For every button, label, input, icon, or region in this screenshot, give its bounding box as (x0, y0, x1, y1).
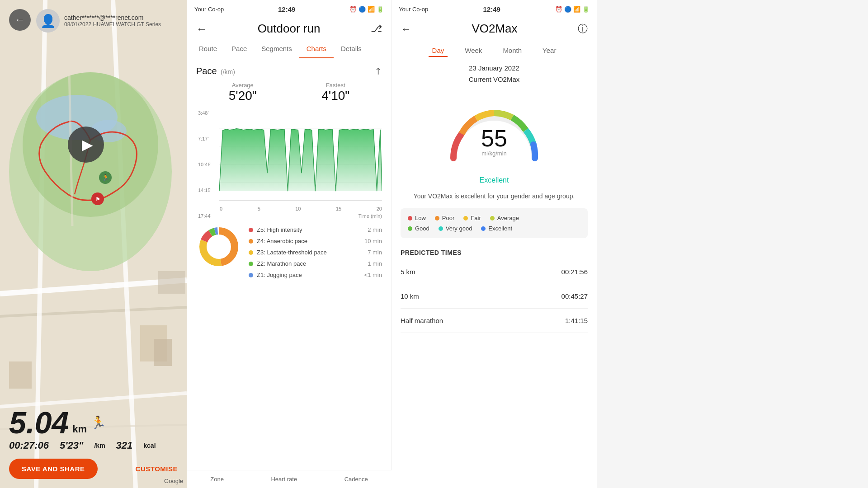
fastest-value: 4'10" (321, 89, 349, 103)
x-label-5: 5 (258, 206, 260, 211)
legend-good: Good (408, 225, 429, 232)
z5-time: 2 min (368, 226, 382, 233)
back-button[interactable]: ← (9, 9, 31, 31)
tab-pace[interactable]: Pace (224, 39, 254, 58)
share-icon[interactable]: ⎇ (371, 23, 382, 35)
legend-row-2: Good Very good Excellent (408, 225, 580, 232)
pace-unit-label: (/km) (221, 68, 235, 75)
fastest-pace-block: Fastest 4'10" (321, 82, 349, 103)
pace-chart (219, 110, 382, 201)
legend-row-1: Low Poor Fair Average (408, 215, 580, 221)
z2-time: 1 min (368, 260, 382, 267)
save-share-button[interactable]: SAVE AND SHARE (9, 459, 98, 479)
vo2-date: 23 January 2022 (401, 61, 588, 74)
average-label: Average (229, 82, 257, 89)
bottom-tab-heartrate[interactable]: Heart rate (264, 474, 304, 484)
svg-rect-10 (154, 339, 172, 366)
z4-dot (249, 239, 253, 244)
legend-low: Low (408, 215, 426, 221)
vo2-header: ← VO2Max ⓘ (392, 18, 597, 39)
pace-chart-container: 3:48' 7:17' 10:46' 14:15' 17:44' (219, 110, 382, 219)
gauge-container: 55 ml/kg/min (401, 90, 588, 181)
average-label: Average (497, 215, 519, 221)
vo2-panel: Your Co-op 12:49 ⏰ 🔵 📶 🔋 ← VO2Max ⓘ Day … (392, 0, 597, 488)
info-icon[interactable]: ⓘ (578, 22, 588, 36)
vo2-back-button[interactable]: ← (401, 23, 411, 35)
tab-route[interactable]: Route (192, 39, 224, 58)
calories-value: 321 (116, 440, 133, 451)
run-panel: Your Co-op 12:49 ⏰ 🔵 📶 🔋 ← Outdoor run ⎇… (187, 0, 392, 488)
zone-item-z3: Z3: Lactate-threshold pace 7 min (249, 247, 382, 258)
y-label-4: 17:44' (198, 213, 212, 219)
chart-x-labels: 0 5 10 15 20 (219, 204, 382, 213)
legend-fair: Fair (463, 215, 481, 221)
distance-unit: km (72, 423, 87, 435)
zone-section: Z5: High intensity 2 min Z4: Anaerobic p… (196, 224, 382, 281)
battery-icon-vo2: 🔋 (582, 6, 590, 13)
legend-verygood: Very good (439, 225, 472, 232)
signal-icon-vo2: 📶 (573, 6, 580, 13)
run-icon: 🏃 (90, 415, 106, 430)
average-value: 5'20" (229, 89, 257, 103)
user-text: cather*******@****renet.com 08/01/2022 H… (64, 14, 161, 28)
excellent-dot (481, 226, 486, 231)
user-device: 08/01/2022 HUAWEI WATCH GT Series (64, 21, 161, 28)
time-5km: 00:21:56 (561, 268, 588, 276)
low-label: Low (415, 215, 426, 221)
legend-average: Average (490, 215, 519, 221)
y-label-3: 14:15' (198, 188, 212, 193)
tab-day[interactable]: Day (429, 45, 448, 57)
y-label-1: 7:17' (198, 136, 212, 141)
svg-text:🏃: 🏃 (102, 174, 110, 182)
fair-dot (463, 216, 468, 221)
status-icons-vo2: ⏰ 🔵 📶 🔋 (555, 6, 590, 13)
play-icon: ▶ (82, 136, 93, 153)
time-10km: 00:45:27 (561, 292, 588, 300)
vo2-description: Your VO2Max is excellent for your gender… (401, 192, 588, 208)
time-value: 00:27:06 (9, 440, 49, 451)
z3-name: Z3: Lactate-threshold pace (257, 249, 368, 256)
z1-time: <1 min (364, 272, 382, 278)
pace-unit: /km (94, 442, 105, 449)
distance-value: 5.04 (9, 407, 69, 438)
zone-items: Z5: High intensity 2 min Z4: Anaerobic p… (249, 224, 382, 281)
tab-details[interactable]: Details (334, 39, 369, 58)
distance-5km: 5 km (401, 268, 415, 276)
signal-icon: 📶 (368, 6, 375, 13)
avatar: 👤 (36, 9, 60, 33)
header-back-button[interactable]: ← (196, 23, 207, 35)
user-name: cather*******@****renet.com (64, 14, 161, 21)
predicted-title: PREDICTED TIMES (401, 245, 588, 260)
zone-item-z5: Z5: High intensity 2 min (249, 224, 382, 235)
tab-month[interactable]: Month (499, 45, 525, 57)
predicted-halfmarathon: Half marathon 1:41:15 (401, 309, 588, 333)
verygood-dot (439, 226, 443, 231)
good-dot (408, 226, 412, 231)
legend-box: Low Poor Fair Average Good (401, 208, 588, 238)
fair-label: Fair (471, 215, 481, 221)
customise-button[interactable]: CUSTOMISE (136, 465, 178, 473)
time-halfmarathon: 1:41:15 (565, 317, 588, 324)
tab-year[interactable]: Year (539, 45, 560, 57)
tab-charts[interactable]: Charts (299, 39, 334, 58)
expand-icon[interactable]: ↗ (372, 65, 385, 78)
pace-title-area: Pace (/km) (196, 66, 235, 76)
z2-name: Z2: Marathon pace (257, 260, 368, 267)
bluetooth-icon-vo2: 🔵 (564, 6, 571, 13)
play-button[interactable]: ▶ (68, 127, 104, 163)
bottom-tab-cadence[interactable]: Cadence (337, 474, 375, 484)
good-label: Good (415, 225, 429, 232)
average-pace-block: Average 5'20" (229, 82, 257, 103)
vo2-current-label: Current VO2Max (401, 74, 588, 90)
verygood-label: Very good (446, 225, 472, 232)
svg-point-29 (207, 235, 231, 258)
tab-segments[interactable]: Segments (254, 39, 299, 58)
bluetooth-icon: 🔵 (359, 6, 366, 13)
run-title: Outdoor run (258, 22, 321, 36)
predicted-10km: 10 km 00:45:27 (401, 284, 588, 309)
tab-week[interactable]: Week (461, 45, 486, 57)
bottom-tab-zone[interactable]: Zone (203, 474, 231, 484)
x-label-15: 15 (336, 206, 341, 211)
map-stats: 5.04 km 🏃 00:27:06 5'23" /km 321 kcal SA… (0, 400, 187, 488)
google-logo: Google (164, 478, 183, 484)
